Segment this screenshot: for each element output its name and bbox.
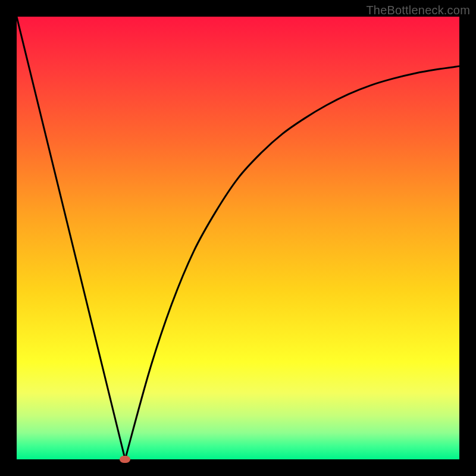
chart-container: TheBottleneck.com: [0, 0, 476, 476]
minimum-dot: [120, 456, 130, 463]
plot-area: [17, 17, 459, 459]
watermark-text: TheBottleneck.com: [366, 4, 470, 17]
bottleneck-curve: [17, 17, 459, 459]
